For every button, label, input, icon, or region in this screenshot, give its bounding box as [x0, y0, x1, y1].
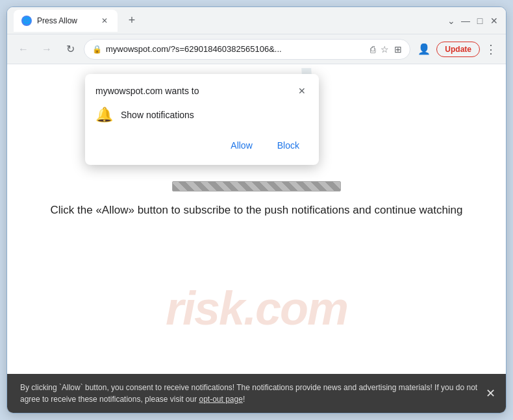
minimize-window-icon[interactable]: —	[460, 16, 471, 26]
tab-close-button[interactable]: ✕	[99, 16, 110, 26]
popup-notification-row: 🔔 Show notifications	[95, 106, 308, 123]
extensions-icon[interactable]: ⊞	[394, 44, 402, 55]
bottom-bar-close-button[interactable]: ✕	[486, 385, 495, 402]
forward-button[interactable]: →	[37, 40, 56, 59]
bottom-bar-text-end: !	[243, 395, 245, 404]
progress-bar-area	[172, 181, 341, 191]
address-text: mywowspot.com/?s=629018460382565106&...	[106, 44, 366, 54]
minimize-icon[interactable]: ⌄	[446, 16, 457, 26]
bell-icon: 🔔	[95, 106, 113, 123]
forward-icon: →	[42, 43, 52, 55]
bottom-bar: By clicking `Allow` button, you consent …	[7, 374, 506, 413]
new-tab-button[interactable]: +	[123, 12, 141, 30]
title-bar: 🌐 Press Allow ✕ + ⌄ — □ ✕	[7, 7, 506, 34]
profile-button[interactable]: 👤	[414, 40, 434, 59]
popup-buttons: Allow Block	[95, 136, 308, 154]
nav-bar: ← → ↻ 🔒 mywowspot.com/?s=629018460382565…	[7, 34, 506, 64]
back-icon: ←	[18, 43, 29, 55]
update-button[interactable]: Update	[436, 42, 480, 57]
opt-out-link[interactable]: opt-out page	[199, 395, 242, 404]
allow-instruction-text: Click the «Allow» button to subscribe to…	[7, 204, 506, 217]
popup-notification-text: Show notifications	[121, 110, 194, 120]
title-bar-controls: ⌄ — □ ✕	[446, 16, 499, 26]
back-button[interactable]: ←	[14, 40, 33, 59]
bottom-bar-text: By clicking `Allow` button, you consent …	[20, 383, 477, 404]
notification-popup: mywowspot.com wants to ✕ 🔔 Show notifica…	[85, 74, 319, 165]
address-bar[interactable]: 🔒 mywowspot.com/?s=629018460382565106&..…	[84, 39, 410, 60]
profile-icon: 👤	[418, 43, 431, 55]
lock-icon: 🔒	[92, 45, 102, 54]
nav-right-controls: 👤 Update ⋮	[414, 40, 499, 59]
reload-icon: ↻	[66, 43, 75, 55]
allow-button[interactable]: Allow	[221, 136, 261, 154]
risk-watermark: risk.com	[166, 282, 347, 335]
bookmark-icon[interactable]: ☆	[381, 44, 389, 55]
browser-tab[interactable]: 🌐 Press Allow ✕	[14, 10, 118, 32]
tab-favicon: 🌐	[21, 16, 32, 26]
page-content: ⟩ Click the «Allow» button to subscribe …	[7, 64, 506, 374]
reload-button[interactable]: ↻	[60, 40, 80, 59]
tab-title: Press Allow	[37, 16, 94, 25]
close-window-icon[interactable]: ✕	[489, 16, 499, 26]
maximize-icon[interactable]: □	[475, 16, 485, 26]
popup-close-button[interactable]: ✕	[295, 84, 308, 97]
block-button[interactable]: Block	[268, 136, 308, 154]
progress-bar	[172, 181, 341, 191]
popup-title: mywowspot.com wants to	[95, 86, 199, 96]
popup-header: mywowspot.com wants to ✕	[95, 84, 308, 97]
favicon-icon: 🌐	[23, 17, 31, 24]
browser-window: 🌐 Press Allow ✕ + ⌄ — □ ✕ ← → ↻ 🔒 mywows…	[6, 6, 507, 414]
share-icon[interactable]: ⎙	[370, 44, 375, 55]
menu-button[interactable]: ⋮	[482, 40, 499, 59]
address-bar-icons: ⎙ ☆ ⊞	[370, 44, 402, 55]
